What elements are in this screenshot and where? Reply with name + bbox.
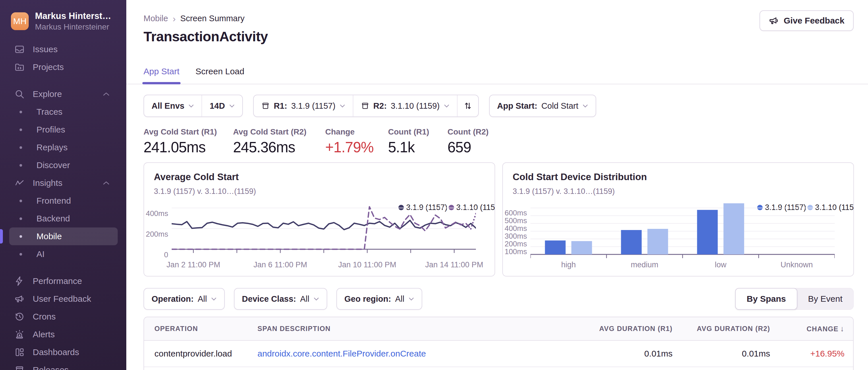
give-feedback-button[interactable]: Give Feedback (760, 10, 854, 31)
app-start-type-selector[interactable]: App Start: Cold Start (490, 95, 596, 116)
release-1-selector[interactable]: R1: 3.1.9 (1157) (254, 95, 353, 116)
megaphone-icon (769, 15, 779, 26)
sidebar-item-performance[interactable]: Performance (9, 272, 118, 290)
chevron-down-icon (444, 104, 450, 108)
chart-subtitle: 3.1.9 (1157) v. 3.1.10…(1159) (513, 187, 615, 196)
clock-history-icon (14, 311, 25, 322)
bullet-icon (20, 111, 22, 113)
bullet-icon (20, 200, 22, 202)
span-filter-bar: Operation: All Device Class: All Geo reg… (144, 288, 422, 310)
table-header: OPERATION SPAN DESCRIPTION AVG DURATION … (144, 317, 853, 341)
cell-change: +16.95% (770, 349, 853, 359)
column-span-description[interactable]: SPAN DESCRIPTION (257, 325, 569, 333)
x-tick-label: Jan 2 11:00 PM (166, 261, 220, 269)
user-menu[interactable]: MH Markus Hinterst… Markus Hintersteiner (11, 11, 118, 32)
line-chart (172, 197, 476, 255)
chevron-down-icon (408, 297, 414, 301)
y-tick-label: 200ms (503, 239, 527, 248)
y-tick-label: 400ms (144, 209, 168, 218)
chevron-down-icon (582, 104, 588, 108)
user-name: Markus Hinterst… (35, 11, 111, 21)
sidebar-item-crons[interactable]: Crons (9, 308, 118, 326)
bullet-icon (20, 146, 22, 149)
sidebar-item-mobile[interactable]: Mobile (9, 228, 118, 245)
sidebar: MH Markus Hinterst… Markus Hintersteiner… (0, 0, 126, 370)
stat-count-r1: Count (R1) 5.1k (388, 127, 447, 156)
x-tick-label: Jan 6 11:00 PM (253, 261, 307, 269)
breadcrumb-mobile[interactable]: Mobile (144, 14, 168, 23)
lightning-icon (14, 276, 25, 286)
sidebar-group-label: Explore (33, 89, 62, 99)
chart-subtitle: 3.1.9 (1157) v. 3.1.10…(1159) (154, 187, 256, 196)
sidebar-item-frontend[interactable]: Frontend (9, 192, 118, 210)
sidebar-item-issues[interactable]: Issues (9, 40, 118, 58)
device-distribution-chart-card: Cold Start Device Distribution 3.1.9 (11… (502, 162, 854, 276)
sidebar-item-dashboards[interactable]: Dashboards (9, 343, 118, 361)
sidebar-item-alerts[interactable]: Alerts (9, 326, 118, 343)
sidebar-item-projects[interactable]: Projects (9, 58, 118, 76)
y-tick-label: 400ms (503, 224, 527, 233)
tab-bar: App Start Screen Load (126, 64, 868, 84)
tab-screen-load[interactable]: Screen Load (195, 64, 244, 84)
release-compare-group: R1: 3.1.9 (1157) R2: 3.1.10 (1159) (253, 95, 479, 117)
date-range-selector[interactable]: 14D (202, 95, 242, 116)
sidebar-nav: Issues Projects Explore Traces Profiles … (0, 40, 126, 370)
bullet-icon (20, 129, 22, 131)
breadcrumb-current: Screen Summary (180, 14, 245, 23)
column-change[interactable]: CHANGE↓ (770, 325, 853, 333)
operation-filter[interactable]: Operation: All (144, 288, 225, 310)
environment-selector[interactable]: All Envs (144, 95, 202, 116)
geo-region-filter[interactable]: Geo region: All (336, 288, 422, 310)
sidebar-item-label: Projects (33, 62, 64, 72)
device-class-filter[interactable]: Device Class: All (234, 288, 327, 310)
release-box-icon (261, 102, 270, 110)
issues-icon (14, 44, 25, 55)
sidebar-item-replays[interactable]: Replays (9, 138, 118, 156)
sidebar-group-explore[interactable]: Explore (9, 85, 118, 103)
tab-app-start[interactable]: App Start (144, 64, 179, 84)
toggle-by-spans[interactable]: By Spans (735, 288, 797, 310)
sidebar-item-profiles[interactable]: Profiles (9, 121, 118, 138)
y-tick-label: 300ms (503, 232, 527, 241)
spans-event-toggle: By Spans By Event (735, 288, 854, 310)
y-tick-label: 500ms (503, 216, 527, 225)
release-2-selector[interactable]: R2: 3.1.10 (1159) (353, 95, 457, 116)
swap-icon (463, 101, 472, 110)
avatar: MH (11, 12, 29, 30)
column-avg-duration-r1[interactable]: AVG DURATION (R1) (569, 325, 673, 333)
swap-releases-button[interactable] (457, 95, 478, 116)
siren-icon (14, 329, 25, 340)
main-content: Mobile › Screen Summary TransactionActiv… (126, 0, 868, 370)
column-operation[interactable]: OPERATION (144, 325, 257, 333)
sidebar-item-user-feedback[interactable]: User Feedback (9, 290, 118, 308)
y-tick-label: 200ms (144, 230, 168, 239)
sidebar-item-backend[interactable]: Backend (9, 210, 118, 228)
cell-avg-duration-r1: 0.01ms (569, 349, 673, 359)
sidebar-item-ai[interactable]: AI (9, 245, 118, 263)
stat-change: Change +1.79% (325, 127, 388, 156)
bar-chart (530, 197, 835, 259)
column-avg-duration-r2[interactable]: AVG DURATION (R2) (673, 325, 770, 333)
search-icon (14, 89, 25, 99)
cell-operation: contentprovider.load (144, 349, 257, 359)
sidebar-group-insights[interactable]: Insights (9, 174, 118, 192)
sidebar-item-traces[interactable]: Traces (9, 103, 118, 121)
y-tick-label: 0 (144, 250, 168, 259)
sidebar-item-discover[interactable]: Discover (9, 156, 118, 174)
toggle-by-event[interactable]: By Event (797, 288, 854, 309)
category-label: Unknown (780, 261, 813, 269)
projects-icon (14, 62, 25, 72)
bullet-icon (20, 217, 22, 220)
chevron-down-icon (340, 104, 345, 108)
pulse-icon (14, 178, 25, 188)
release-box-icon (361, 102, 369, 110)
chevron-down-icon (188, 104, 194, 108)
sidebar-item-releases[interactable]: Releases (9, 361, 118, 370)
breadcrumb: Mobile › Screen Summary (144, 14, 245, 23)
span-description-link[interactable]: androidx.core.content.FileProvider.onCre… (257, 349, 426, 358)
stat-avg-cold-start-r2: Avg Cold Start (R2) 245.36ms (233, 127, 325, 156)
chevron-right-icon: › (173, 14, 176, 23)
x-tick-label: Jan 14 11:00 PM (425, 261, 483, 269)
bullet-icon (20, 253, 22, 256)
category-label: low (715, 261, 726, 269)
